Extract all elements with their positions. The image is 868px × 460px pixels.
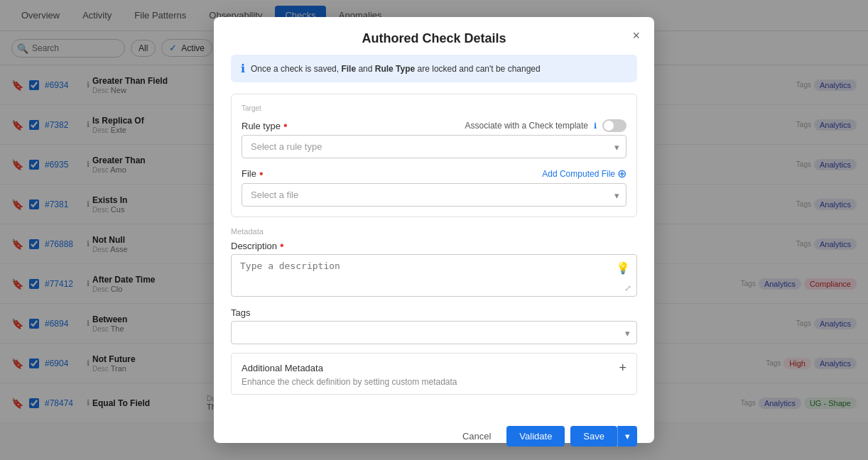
description-textarea[interactable] bbox=[231, 254, 637, 297]
description-label: Description • bbox=[231, 240, 284, 251]
tags-select[interactable] bbox=[231, 321, 637, 344]
modal-header: Authored Check Details × bbox=[214, 17, 654, 55]
info-circle-icon: ℹ bbox=[241, 62, 245, 75]
main-content: 🔖 #6934 ℹ Greater Than Field Desc New Ta… bbox=[0, 65, 868, 460]
info-text: Once a check is saved, File and Rule Typ… bbox=[251, 64, 541, 74]
add-computed-file[interactable]: Add Computed File ⊕ bbox=[542, 167, 626, 180]
description-row-header: Description • bbox=[231, 240, 637, 251]
additional-metadata-title: Additional Metadata bbox=[242, 363, 323, 373]
toggle-knob bbox=[604, 121, 614, 131]
target-section: Target Rule type • Associate with a Chec… bbox=[231, 94, 637, 217]
target-label: Target bbox=[242, 104, 626, 112]
file-row-header: File • Add Computed File ⊕ bbox=[242, 167, 626, 180]
modal-overlay: Authored Check Details × ℹ Once a check … bbox=[0, 0, 868, 460]
description-textarea-wrap: 💡 ⤢ bbox=[231, 254, 637, 299]
rule-type-select[interactable]: Select a rule type bbox=[242, 135, 626, 158]
additional-metadata-section: Additional Metadata + Enhance the check … bbox=[231, 353, 637, 395]
lightbulb-icon[interactable]: 💡 bbox=[616, 261, 630, 275]
save-button-group: Save ▾ bbox=[570, 426, 637, 447]
save-button[interactable]: Save bbox=[570, 426, 617, 447]
tags-select-wrap: ▾ bbox=[231, 321, 637, 344]
associate-info-icon[interactable]: ℹ bbox=[594, 121, 597, 131]
additional-metadata-header: Additional Metadata + bbox=[242, 361, 626, 376]
file-select-wrap: Select a file ▾ bbox=[242, 183, 626, 207]
modal-footer: Cancel Validate Save ▾ bbox=[214, 417, 654, 460]
rule-type-select-wrap: Select a rule type ▾ bbox=[242, 135, 626, 158]
metadata-section: Metadata Description • 💡 ⤢ bbox=[231, 227, 637, 344]
modal-title: Authored Check Details bbox=[362, 31, 506, 45]
file-label: File • bbox=[242, 168, 264, 180]
cancel-button[interactable]: Cancel bbox=[452, 426, 501, 447]
file-select[interactable]: Select a file bbox=[242, 183, 626, 207]
associate-toggle-wrap: Associate with a Check template ℹ bbox=[465, 119, 626, 132]
rule-type-label: Rule type • bbox=[242, 120, 288, 131]
save-dropdown-button[interactable]: ▾ bbox=[617, 426, 637, 447]
associate-toggle[interactable] bbox=[602, 119, 626, 132]
tags-label: Tags bbox=[231, 307, 250, 318]
metadata-label: Metadata bbox=[231, 227, 637, 236]
modal-close-button[interactable]: × bbox=[632, 28, 640, 43]
required-indicator: • bbox=[259, 168, 264, 180]
tags-row-header: Tags bbox=[231, 307, 637, 318]
additional-metadata-desc: Enhance the check definition by setting … bbox=[242, 377, 626, 387]
associate-label: Associate with a Check template bbox=[465, 121, 588, 131]
validate-button[interactable]: Validate bbox=[506, 426, 565, 447]
add-metadata-button[interactable]: + bbox=[619, 361, 626, 376]
rule-type-row-header: Rule type • Associate with a Check templ… bbox=[242, 119, 626, 132]
required-indicator: • bbox=[283, 120, 288, 131]
modal-body: ℹ Once a check is saved, File and Rule T… bbox=[214, 55, 654, 417]
modal-dialog: Authored Check Details × ℹ Once a check … bbox=[214, 17, 654, 443]
required-indicator: • bbox=[280, 240, 284, 251]
expand-icon[interactable]: ⤢ bbox=[624, 283, 631, 293]
info-banner: ℹ Once a check is saved, File and Rule T… bbox=[231, 55, 637, 82]
plus-icon: ⊕ bbox=[617, 167, 626, 180]
